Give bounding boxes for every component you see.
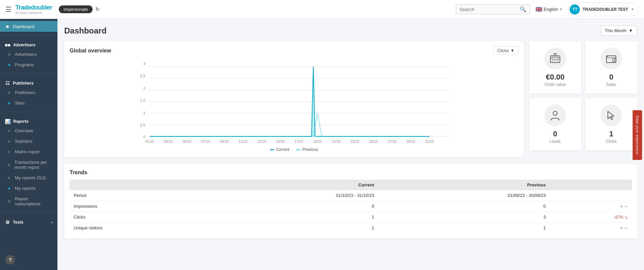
trend-row-previous: 1 (378, 223, 550, 233)
this-month-button[interactable]: This Month ▼ (600, 26, 637, 36)
order-value-card: €0.00 Order value (529, 41, 581, 94)
svg-text:07/10: 07/10 (201, 140, 210, 143)
page-title: Dashboard (64, 26, 106, 36)
svg-text:23/10: 23/10 (350, 140, 359, 143)
cash-register-icon (549, 52, 561, 65)
sidebar-item-transactions[interactable]: Transactions per month report (3, 157, 57, 173)
sidebar-label-overview: Overview (15, 128, 33, 133)
svg-text:25/10: 25/10 (369, 140, 378, 143)
sidebar-item-advertisers[interactable]: Advertisers (3, 49, 57, 60)
svg-text:3: 3 (143, 62, 145, 66)
trend-row-current: 1 (207, 223, 378, 233)
top-navigation: ☰ Tradedoubler Private Network Impersona… (0, 0, 644, 19)
rate-experience-tab[interactable]: Rate your experience (633, 110, 642, 160)
sidebar-label-my-reports-old: My reports OLD (15, 175, 46, 180)
leads-label: Leads (550, 139, 561, 144)
stats-row-2: 0 Leads 1 Clicks (529, 98, 637, 151)
legend-previous-label: Previous (302, 147, 318, 152)
leads-amount: 0 (553, 130, 557, 138)
svg-text:29/10: 29/10 (406, 140, 415, 143)
main-layout: ■ Dashboard ■■ Advertisers Advertisers P… (0, 19, 644, 270)
transactions-dot-icon (8, 164, 10, 166)
sidebar-item-my-reports-old[interactable]: My reports OLD (3, 173, 57, 183)
sidebar-group-label-reports: Reports (13, 119, 28, 124)
language-selector[interactable]: 🇬🇧 English ▼ (536, 6, 563, 13)
advertisers-dot-icon (8, 53, 10, 55)
sidebar-group-label-tools: Tools (13, 220, 23, 225)
clicks-icon-circle (600, 105, 622, 126)
logo-sub: Private Network (16, 11, 52, 15)
sidebar-item-matrix-report[interactable]: Matrix report (3, 147, 57, 157)
sidebar-group-tools[interactable]: ⚙ Tools › (0, 216, 57, 226)
help-button[interactable]: ? (5, 255, 15, 265)
sidebar-item-my-reports[interactable]: My reports (3, 183, 57, 194)
svg-text:11/10: 11/10 (239, 140, 247, 143)
language-label: English (544, 7, 558, 12)
user-menu[interactable]: TT TRADEDOUBLER TEST ▼ (568, 3, 639, 16)
flag-icon: 🇬🇧 (536, 6, 542, 13)
chart-header: Global overview Clicks ▼ (70, 46, 518, 55)
sidebar-label-transactions: Transactions per month report (15, 160, 53, 170)
svg-text:03/10: 03/10 (164, 140, 173, 143)
trend-row-change: = → (550, 223, 632, 233)
sidebar-item-dashboard[interactable]: ■ Dashboard (0, 21, 57, 32)
sales-icon-circle (600, 48, 622, 69)
legend-current-dot (270, 149, 274, 150)
trend-row-change: = → (550, 201, 632, 212)
trend-row-label: Impressions (70, 201, 207, 212)
programs-dot-icon (8, 64, 10, 66)
menu-hamburger-icon[interactable]: ☰ (5, 5, 11, 14)
sidebar-label-programs: Programs (15, 62, 34, 67)
logo: Tradedoubler Private Network (16, 4, 52, 15)
refresh-icon[interactable]: ↻ (95, 6, 100, 13)
dashboard-header: Dashboard This Month ▼ (64, 26, 637, 36)
sidebar-item-overview[interactable]: Overview (3, 126, 57, 136)
cursor-icon (605, 109, 617, 121)
sidebar-label-advertisers: Advertisers (15, 52, 37, 57)
sidebar-group-advertisers[interactable]: ■■ Advertisers (0, 39, 57, 49)
my-reports-dot-icon (8, 187, 10, 189)
trends-title: Trends (70, 170, 632, 176)
sidebar-label-publishers: Publishers (15, 90, 35, 95)
sidebar-item-report-subscriptions[interactable]: Report subscriptions (3, 194, 57, 209)
statistics-dot-icon (8, 140, 10, 142)
sidebar-item-publishers[interactable]: Publishers (3, 87, 57, 98)
tools-chevron-icon: › (51, 220, 53, 225)
table-row: Unique visitors11= → (70, 223, 632, 233)
trend-row-label: Unique visitors (70, 223, 207, 233)
svg-text:09/10: 09/10 (220, 140, 229, 143)
sidebar-item-programs[interactable]: Programs (3, 60, 57, 70)
sidebar-item-statistics[interactable]: Statistics (3, 136, 57, 147)
search-input[interactable] (460, 7, 520, 12)
stats-cards-panel: €0.00 Order value (529, 41, 637, 157)
sales-label: Sales (606, 82, 616, 87)
advertisers-icon: ■■ (5, 42, 10, 48)
tools-icon: ⚙ (5, 220, 10, 225)
clicks-dropdown-chevron-icon: ▼ (510, 48, 515, 53)
legend-current-label: Current (276, 147, 290, 152)
sidebar-group-reports[interactable]: 📊 Reports (0, 115, 57, 126)
sidebar-item-sites[interactable]: Sites (3, 98, 57, 108)
clicks-amount: 1 (609, 130, 613, 138)
impersonate-button[interactable]: Impersonate (59, 5, 93, 13)
trends-col-label (70, 180, 207, 190)
clicks-dropdown[interactable]: Clicks ▼ (493, 46, 518, 55)
svg-text:17/10: 17/10 (295, 140, 303, 143)
trends-col-current: Current (207, 180, 378, 190)
sites-dot-icon (8, 102, 10, 104)
language-chevron-icon: ▼ (560, 7, 563, 11)
legend-previous-dot (296, 149, 300, 150)
chart-legend: Current Previous (70, 147, 518, 152)
search-icon[interactable]: 🔍 (520, 6, 526, 13)
trends-table: Current Previous Period01/10/23 - 31/10/… (70, 180, 632, 233)
avatar: TT (570, 4, 580, 15)
sales-amount: 0 (609, 73, 613, 82)
trends-section: Trends Current Previous Period01/10/23 -… (64, 164, 637, 239)
sidebar-divider-1 (0, 35, 57, 36)
trend-row-previous: 01/09/23 - 30/09/23 (378, 190, 550, 201)
trend-row-current: 0 (207, 201, 378, 212)
clicks-dropdown-label: Clicks (497, 48, 509, 53)
sidebar-group-label-publishers: Publishers (13, 81, 33, 86)
svg-text:2: 2 (143, 86, 145, 90)
sidebar-group-publishers[interactable]: ☷ Publishers (0, 77, 57, 87)
